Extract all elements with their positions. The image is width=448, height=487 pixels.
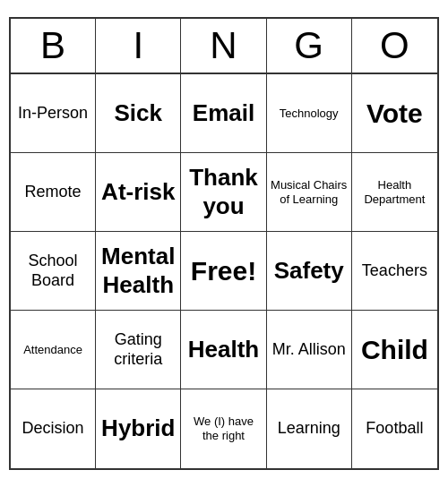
bingo-cell-8[interactable]: Musical Chairs of Learning bbox=[267, 153, 352, 232]
letter-g: G bbox=[267, 19, 352, 73]
bingo-grid: In-PersonSickEmailTechnologyVoteRemoteAt… bbox=[11, 74, 437, 468]
bingo-cell-3[interactable]: Technology bbox=[267, 74, 352, 153]
letter-b: B bbox=[11, 19, 96, 73]
bingo-cell-16[interactable]: Gating criteria bbox=[96, 311, 181, 389]
bingo-cell-0[interactable]: In-Person bbox=[11, 74, 96, 153]
bingo-cell-12[interactable]: Free! bbox=[181, 232, 266, 311]
bingo-cell-17[interactable]: Health bbox=[181, 311, 266, 389]
bingo-cell-11[interactable]: Mental Health bbox=[96, 232, 181, 311]
bingo-cell-19[interactable]: Child bbox=[352, 311, 437, 389]
bingo-cell-4[interactable]: Vote bbox=[352, 74, 437, 153]
bingo-header: B I N G O bbox=[11, 19, 437, 74]
letter-n: N bbox=[181, 19, 266, 73]
bingo-cell-6[interactable]: At-risk bbox=[96, 153, 181, 232]
bingo-cell-10[interactable]: School Board bbox=[11, 232, 96, 311]
bingo-card: B I N G O In-PersonSickEmailTechnologyVo… bbox=[9, 17, 439, 470]
bingo-cell-21[interactable]: Hybrid bbox=[96, 389, 181, 468]
bingo-cell-22[interactable]: We (I) have the right bbox=[181, 389, 266, 468]
bingo-cell-7[interactable]: Thank you bbox=[181, 153, 266, 232]
bingo-cell-13[interactable]: Safety bbox=[267, 232, 352, 311]
letter-o: O bbox=[352, 19, 437, 73]
bingo-cell-24[interactable]: Football bbox=[352, 389, 437, 468]
bingo-cell-20[interactable]: Decision bbox=[11, 389, 96, 468]
bingo-cell-14[interactable]: Teachers bbox=[352, 232, 437, 311]
bingo-cell-5[interactable]: Remote bbox=[11, 153, 96, 232]
letter-i: I bbox=[96, 19, 181, 73]
bingo-cell-9[interactable]: Health Department bbox=[352, 153, 437, 232]
bingo-cell-23[interactable]: Learning bbox=[267, 389, 352, 468]
bingo-cell-15[interactable]: Attendance bbox=[11, 311, 96, 389]
bingo-cell-2[interactable]: Email bbox=[181, 74, 266, 153]
bingo-cell-18[interactable]: Mr. Allison bbox=[267, 311, 352, 389]
bingo-cell-1[interactable]: Sick bbox=[96, 74, 181, 153]
